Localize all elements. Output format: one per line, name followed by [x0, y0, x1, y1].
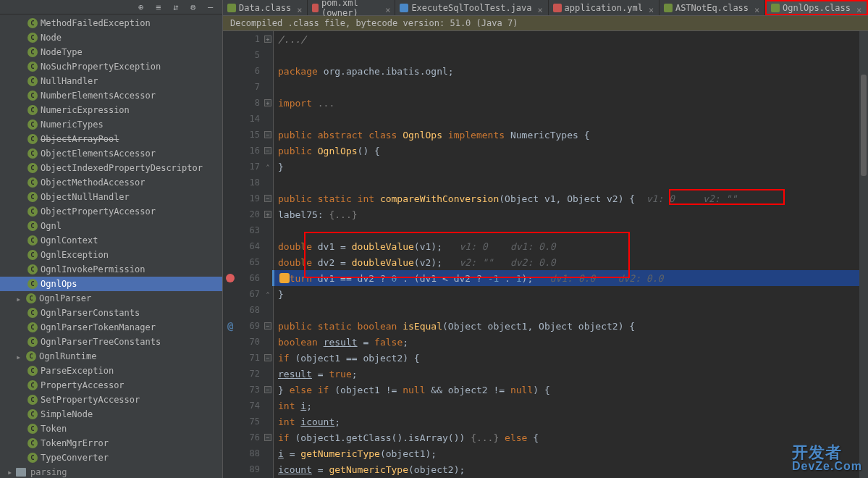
fold-marker-icon[interactable]: ⌃ — [264, 290, 271, 298]
tab-executesqltooltest-java[interactable]: ExecuteSqlToolTest.java× — [395, 0, 548, 15]
fold-marker-icon[interactable]: − — [264, 434, 271, 441]
gutter-line-14[interactable]: 14 — [223, 111, 273, 127]
gutter-line-8[interactable]: 8+ — [223, 95, 273, 111]
fold-marker-icon[interactable]: − — [264, 386, 271, 393]
code-line-88[interactable]: i = getNumericType(object1); — [274, 445, 868, 461]
settings-icon[interactable]: ⚙ — [190, 2, 201, 12]
gutter-line-19[interactable]: 19− — [223, 190, 273, 206]
gutter-line-76[interactable]: 76− — [223, 429, 273, 445]
code-line-73[interactable]: } else if (object1 != null && object2 !=… — [274, 382, 868, 398]
gutter-line-18[interactable]: 18 — [223, 175, 273, 190]
intention-bulb-icon[interactable] — [279, 273, 290, 283]
code-lines[interactable]: /.../package org.apache.ibatis.ognl;impo… — [274, 31, 868, 478]
tree-item-simplenode[interactable]: CSimpleNode — [0, 407, 222, 422]
gutter-line-5[interactable]: 5 — [223, 47, 273, 63]
gutter-line-71[interactable]: 71− — [223, 350, 273, 366]
gutter-line-66[interactable]: 66 — [223, 270, 273, 286]
tree-item-ognlexception[interactable]: COgnlException — [0, 248, 222, 262]
gutter-line-20[interactable]: 20+ — [223, 206, 273, 222]
folder-parsing[interactable]: ▸ parsing — [0, 465, 222, 478]
editor-scrollbar[interactable] — [859, 31, 868, 478]
tree-item-ognl[interactable]: COgnl — [0, 219, 222, 233]
fold-marker-icon[interactable]: − — [264, 131, 271, 138]
code-line-20[interactable]: label75: {...} — [274, 206, 868, 222]
code-line-74[interactable]: int i; — [274, 398, 868, 414]
code-line-18[interactable] — [274, 175, 868, 190]
tree-item-propertyaccessor[interactable]: CPropertyAccessor — [0, 378, 222, 393]
tree-item-numberelementsaccessor[interactable]: CNumberElementsAccessor — [0, 88, 222, 103]
code-line-5[interactable] — [274, 47, 868, 63]
code-line-70[interactable]: boolean result = false; — [274, 334, 868, 350]
tree-item-node[interactable]: CNode — [0, 30, 222, 45]
code-line-71[interactable]: if (object1 == object2) { — [274, 350, 868, 366]
tree-item-objectpropertyaccessor[interactable]: CObjectPropertyAccessor — [0, 204, 222, 219]
gutter-line-65[interactable]: 65 — [223, 254, 273, 270]
tree-item-ognlparserconstants[interactable]: COgnlParserConstants — [0, 306, 222, 320]
gutter-line-1[interactable]: 1+ — [223, 31, 273, 47]
tree-item-ognlparsertokenmanager[interactable]: COgnlParserTokenManager — [0, 320, 222, 335]
fold-marker-icon[interactable]: − — [264, 322, 271, 330]
tree-item-ognlruntime[interactable]: ▸COgnlRuntime — [0, 349, 222, 364]
tree-item-objectmethodaccessor[interactable]: CObjectMethodAccessor — [0, 175, 222, 190]
sort-icon[interactable]: ≡ — [156, 2, 166, 12]
override-icon[interactable]: @ — [227, 320, 233, 332]
gutter-line-89[interactable]: 89 — [223, 461, 273, 477]
tree-item-nullhandler[interactable]: CNullHandler — [0, 74, 222, 88]
breakpoint-icon[interactable] — [226, 274, 235, 282]
gutter-line-15[interactable]: 15− — [223, 127, 273, 143]
code-line-89[interactable]: icount = getNumericType(object2); — [274, 461, 868, 477]
code-line-7[interactable] — [274, 79, 868, 95]
target-icon[interactable]: ⊕ — [138, 2, 148, 12]
tree-item-nosuchpropertyexception[interactable]: CNoSuchPropertyException — [0, 59, 222, 74]
gutter-line-16[interactable]: 16− — [223, 143, 273, 159]
gutter-line-88[interactable]: 88 — [223, 445, 273, 461]
gutter-line-63[interactable]: 63 — [223, 222, 273, 238]
gutter-line-7[interactable]: 7 — [223, 79, 273, 95]
code-line-76[interactable]: if (object1.getClass().isArray()) {...} … — [274, 429, 868, 445]
code-line-68[interactable] — [274, 302, 868, 318]
fold-marker-icon[interactable]: + — [264, 211, 271, 218]
code-line-63[interactable] — [274, 222, 868, 238]
fold-marker-icon[interactable]: + — [264, 99, 271, 106]
scroll-thumb[interactable] — [861, 75, 867, 176]
close-icon[interactable]: × — [385, 5, 390, 11]
tab-pom-xml--owner-[interactable]: pom.xml (owner)× — [308, 0, 395, 15]
gutter-line-70[interactable]: 70 — [223, 334, 273, 350]
fold-marker-icon[interactable]: + — [264, 35, 271, 43]
close-icon[interactable]: × — [754, 5, 760, 11]
tree-item-ognlparser[interactable]: ▸COgnlParser — [0, 291, 222, 306]
fold-marker-icon[interactable]: − — [264, 195, 271, 202]
gutter-line-64[interactable]: 64 — [223, 238, 273, 254]
tree-item-nodetype[interactable]: CNodeType — [0, 45, 222, 59]
gutter-line-73[interactable]: 73− — [223, 382, 273, 398]
tree-item-ognlparsertreeconstants[interactable]: COgnlParserTreeConstants — [0, 335, 222, 349]
tree-item-objectnullhandler[interactable]: CObjectNullHandler — [0, 190, 222, 204]
tree-item-setpropertyaccessor[interactable]: CSetPropertyAccessor — [0, 393, 222, 407]
code-line-19[interactable]: public static int compareWithConversion(… — [274, 190, 868, 206]
code-line-64[interactable]: double dv1 = doubleValue(v1); v1: 0 dv1:… — [274, 238, 868, 254]
tab-application-yml[interactable]: application.yml× — [549, 0, 660, 15]
gutter-line-68[interactable]: 68 — [223, 302, 273, 318]
tab-astnoteq-class[interactable]: ASTNotEq.class× — [660, 0, 765, 15]
fold-marker-icon[interactable]: − — [264, 354, 271, 361]
tree-item-ognlops[interactable]: COgnlOps — [0, 277, 222, 291]
tree-item-ognlcontext[interactable]: COgnlContext — [0, 233, 222, 248]
tree-item-objectelementsaccessor[interactable]: CObjectElementsAccessor — [0, 146, 222, 161]
code-line-69[interactable]: public static boolean isEqual(Object obj… — [274, 318, 868, 334]
code-line-67[interactable]: } — [274, 286, 868, 302]
close-icon[interactable]: × — [297, 5, 303, 11]
gutter-line-67[interactable]: 67⌃ — [223, 286, 273, 302]
code-line-15[interactable]: public abstract class OgnlOps implements… — [274, 127, 868, 143]
gutter-line-17[interactable]: 17⌃ — [223, 159, 273, 175]
tree-item-objectindexedpropertydescriptor[interactable]: CObjectIndexedPropertyDescriptor — [0, 161, 222, 175]
code-line-72[interactable]: result = true; — [274, 366, 868, 382]
gutter[interactable]: 1+5678+1415−16−17⌃1819−20+6364656667⌃686… — [223, 31, 274, 478]
fold-marker-icon[interactable]: − — [264, 147, 271, 154]
code-line-16[interactable]: public OgnlOps() { — [274, 143, 868, 159]
code-line-6[interactable]: package org.apache.ibatis.ognl; — [274, 63, 868, 79]
code-line-17[interactable]: } — [274, 159, 868, 175]
code-area[interactable]: 1+5678+1415−16−17⌃1819−20+6364656667⌃686… — [223, 31, 868, 478]
code-line-65[interactable]: double dv2 = doubleValue(v2); v2: "" dv2… — [274, 254, 868, 270]
filter-icon[interactable]: ⇵ — [173, 2, 183, 12]
tree-item-objectarraypool[interactable]: CObjectArrayPool — [0, 132, 222, 146]
